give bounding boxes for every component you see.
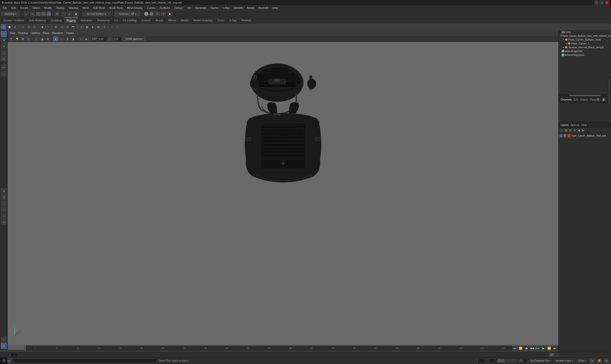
viewport-area[interactable]: ViewShadingLightingShowRendererPanels 📷 … (8, 30, 558, 350)
menu-item-cache[interactable]: Cache (209, 5, 220, 11)
close-button[interactable]: ✕ (605, 0, 609, 5)
tool-btn-1[interactable]: ↩ (24, 11, 29, 16)
layer-row-1[interactable]: V P Plate_Carrier_Ballistic_Vest_with_He… (559, 133, 611, 138)
vp-shade2[interactable]: □ (59, 36, 64, 41)
vp-grid[interactable]: ⊞ (45, 36, 50, 41)
select-mode[interactable]: ↖ (1, 31, 7, 37)
tool-btn-3[interactable] (36, 12, 41, 16)
tab-bifrost[interactable]: Bifrost (166, 17, 178, 23)
render-view[interactable]: ▦ (84, 24, 89, 29)
component-mode[interactable]: ⊡ (1, 195, 7, 200)
hypershade[interactable]: ◈ (90, 24, 95, 29)
object-tab[interactable]: Object (580, 98, 588, 101)
live-surface-btn[interactable]: No Live Surface ▾ (82, 11, 111, 16)
menu-item-curves[interactable]: Curves (145, 5, 157, 11)
camera-side[interactable]: side (559, 30, 611, 34)
snap-grid[interactable]: ⊞ (54, 11, 60, 16)
timeline-playhead[interactable] (25, 346, 26, 351)
play-forward-btn[interactable]: ▶▶ (535, 346, 540, 351)
region-select[interactable]: ⬛ (1, 71, 7, 77)
vertex-mode[interactable]: · (1, 201, 7, 206)
cross-icon[interactable]: ✕ (115, 24, 120, 29)
menu-item-mesh-display[interactable]: Mesh Display (125, 5, 145, 11)
gamma-input[interactable] (113, 37, 122, 41)
options-tab[interactable]: Options (570, 123, 579, 126)
smooth-mesh[interactable]: ◱ (59, 24, 64, 29)
tab-rigging[interactable]: Rigging (64, 17, 78, 23)
maximize-button[interactable]: □ (599, 0, 604, 5)
tab-custom[interactable]: Custom (139, 17, 153, 23)
go-to-end-btn[interactable]: ⏭ (552, 346, 557, 351)
range-end-input[interactable] (549, 353, 558, 357)
show-cb-tab[interactable]: Show (589, 98, 596, 101)
menu-item-file[interactable]: File (1, 5, 9, 11)
tab-curves-surfaces[interactable]: Curves / Surfaces (1, 17, 27, 23)
menu-item-display[interactable]: Display (54, 5, 67, 11)
channel-editor-tab[interactable]: Channel Box / Layer Editor (607, 77, 611, 105)
tab-sculpting[interactable]: Sculpting (49, 17, 64, 23)
outliner-scrollbar[interactable] (559, 94, 611, 96)
go-to-start-btn[interactable]: ⏮ (512, 346, 517, 351)
exposure-input[interactable] (98, 37, 107, 41)
paint-select[interactable]: 🖌 (13, 24, 18, 29)
layers-tab[interactable]: Layers (561, 123, 569, 126)
node-vest-transform[interactable]: ▼ Plate_Carrier_Ballistic_Vest (559, 38, 611, 41)
wire-tool[interactable]: ◰ (65, 24, 70, 29)
layer-refresh[interactable]: ↺ (572, 129, 576, 132)
menu-item-arnold[interactable]: Arnold (245, 5, 256, 11)
edit-tab[interactable]: Edit (573, 98, 578, 101)
gamma-dropdown[interactable]: sRGB gamma ▾ (122, 36, 146, 41)
viewport-menu-shading[interactable]: Shading (18, 32, 28, 34)
prev-key-btn[interactable]: ⏪ (518, 346, 523, 351)
lasso-select[interactable]: ⬤ (7, 24, 12, 29)
vp-shade3[interactable]: ◔ (65, 36, 70, 41)
viewport-menu-panels[interactable]: Panels (66, 32, 74, 34)
menu-item-edit[interactable]: Edit (10, 5, 18, 11)
layer-new-btn[interactable]: + (560, 129, 563, 132)
vp-shade1[interactable]: ■ (53, 36, 58, 41)
minimize-button[interactable]: ─ (594, 0, 598, 5)
mode-dropdown[interactable]: Modeling ▾ (1, 11, 20, 16)
anim-editor[interactable]: ◳ (101, 24, 107, 29)
gamma-icon[interactable]: γ (107, 36, 112, 41)
menu-item-surfaces[interactable]: Surfaces (158, 5, 172, 11)
viewport-menu-show[interactable]: Show (43, 32, 50, 34)
rotate-mode[interactable]: ↺ (1, 43, 7, 49)
current-frame-input[interactable] (476, 359, 485, 363)
char-set-dropdown[interactable]: No Character Set ▾ (529, 359, 552, 363)
menu-item-window[interactable]: Window (67, 5, 80, 11)
help-layers-tab[interactable]: Help (581, 123, 587, 126)
pause-btn[interactable]: ⏸ (155, 11, 160, 16)
viewport-menu-view[interactable]: View (10, 32, 15, 34)
fps-dropdown[interactable]: 24 fps ▾ (576, 359, 588, 363)
menu-item-mesh[interactable]: Mesh (81, 5, 91, 11)
cam-tool[interactable]: 📷 (70, 24, 76, 29)
layer-scroll-right[interactable]: ▶ (581, 129, 585, 132)
layer-delete-btn[interactable]: 🗑 (564, 129, 568, 132)
ipr-btn[interactable] (149, 12, 154, 16)
cb-icon1[interactable]: ⚙ (596, 98, 600, 102)
step-back-btn[interactable]: ◀ (524, 346, 529, 351)
snap-point[interactable]: ⊙ (67, 11, 72, 16)
menu-item-select[interactable]: Select (31, 5, 42, 11)
face-mode[interactable]: ▪ (1, 213, 7, 219)
tab-motion-graphics[interactable]: Motion Graphics (191, 17, 215, 23)
tab-arnold[interactable]: Arnold (153, 17, 166, 23)
record-btn[interactable]: ⏺ (161, 11, 166, 16)
layer-panel[interactable]: ☰ (1, 343, 7, 349)
layer-options-btn[interactable]: ⚙ (568, 129, 572, 132)
symmetry-btn[interactable]: Symmetry: Off ▾ (114, 11, 141, 16)
tab-poly-modeling[interactable]: Poly Modeling (27, 17, 48, 23)
tab-xgen[interactable]: XGen (215, 17, 227, 23)
show-all[interactable]: ≡ (1, 337, 7, 342)
render-region[interactable]: ■ (78, 24, 84, 29)
tool-btn-2[interactable]: ↪ (30, 11, 35, 16)
uvs-mode[interactable]: uv (1, 219, 7, 225)
tab-fx[interactable]: FX (112, 17, 120, 23)
menu-item-uv[interactable]: UV (186, 5, 193, 11)
render-btn[interactable] (144, 12, 149, 16)
grid-tool[interactable]: ⊞ (53, 24, 59, 29)
node-objectset[interactable]: defaultObjectSet (559, 53, 611, 57)
edge-mode[interactable]: / (1, 207, 7, 213)
layer-scroll-left[interactable]: ◀ (577, 129, 581, 132)
